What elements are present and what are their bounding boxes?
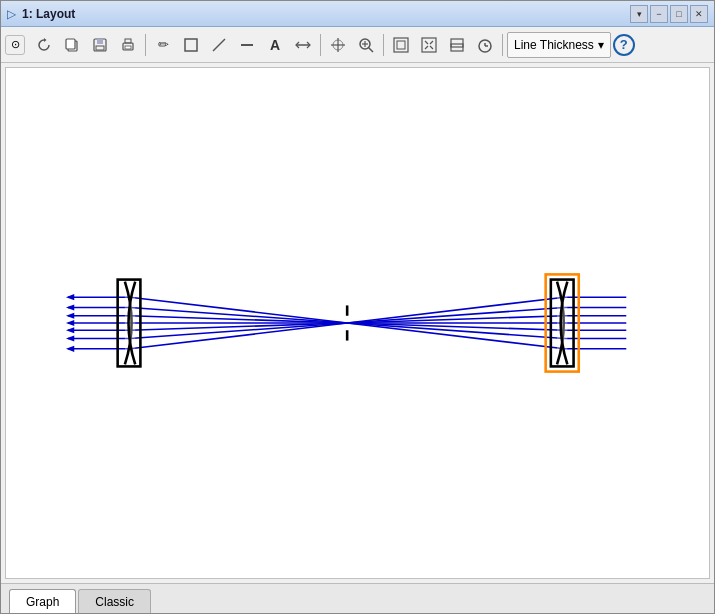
help-button[interactable]: ?: [613, 34, 635, 56]
svg-rect-21: [422, 38, 436, 52]
canvas-area: [5, 67, 710, 579]
tab-classic-label: Classic: [95, 595, 134, 609]
close-btn[interactable]: ✕: [690, 5, 708, 23]
save-button[interactable]: [87, 32, 113, 58]
main-window: ▷ 1: Layout ▾ − □ ✕ ⊙ ✏: [0, 0, 715, 614]
line-button[interactable]: [206, 32, 232, 58]
tab-graph-label: Graph: [26, 595, 59, 609]
refresh-button[interactable]: [31, 32, 57, 58]
divider-3: [383, 34, 384, 56]
toolbar-chevron[interactable]: ⊙: [5, 35, 25, 55]
tab-classic[interactable]: Classic: [78, 589, 151, 613]
svg-line-16: [369, 47, 374, 52]
svg-rect-19: [394, 38, 408, 52]
line-thickness-button[interactable]: Line Thickness ▾: [507, 32, 611, 58]
layers-button[interactable]: [444, 32, 470, 58]
svg-rect-22: [451, 39, 463, 47]
zoom-button[interactable]: [353, 32, 379, 58]
dropdown-arrow-icon: ▾: [598, 38, 604, 52]
title-controls: ▾ − □ ✕: [630, 5, 708, 23]
svg-line-9: [213, 39, 225, 51]
window-icon: ▷: [7, 7, 16, 21]
svg-rect-3: [97, 39, 103, 44]
minimize-btn[interactable]: −: [650, 5, 668, 23]
dropdown-btn[interactable]: ▾: [630, 5, 648, 23]
svg-rect-1: [66, 39, 75, 49]
crosshair-button[interactable]: [325, 32, 351, 58]
dash-button[interactable]: [234, 32, 260, 58]
text-button[interactable]: A: [262, 32, 288, 58]
rectangle-button[interactable]: [178, 32, 204, 58]
print-button[interactable]: [115, 32, 141, 58]
arrows-button[interactable]: [290, 32, 316, 58]
title-bar: ▷ 1: Layout ▾ − □ ✕: [1, 1, 714, 27]
window-title: 1: Layout: [22, 7, 630, 21]
tab-graph[interactable]: Graph: [9, 589, 76, 613]
toolbar: ⊙ ✏ A: [1, 27, 714, 63]
frame-button[interactable]: [388, 32, 414, 58]
svg-rect-6: [125, 46, 131, 49]
fit-button[interactable]: [416, 32, 442, 58]
svg-rect-8: [185, 39, 197, 51]
maximize-btn[interactable]: □: [670, 5, 688, 23]
copy-button[interactable]: [59, 32, 85, 58]
divider-1: [145, 34, 146, 56]
svg-rect-4: [96, 46, 104, 50]
divider-2: [320, 34, 321, 56]
pencil-button[interactable]: ✏: [150, 32, 176, 58]
clock-button[interactable]: [472, 32, 498, 58]
divider-4: [502, 34, 503, 56]
tabs-bar: Graph Classic: [1, 583, 714, 613]
svg-rect-20: [397, 41, 405, 49]
line-thickness-label: Line Thickness: [514, 38, 594, 52]
optical-layout-svg: [6, 68, 709, 578]
